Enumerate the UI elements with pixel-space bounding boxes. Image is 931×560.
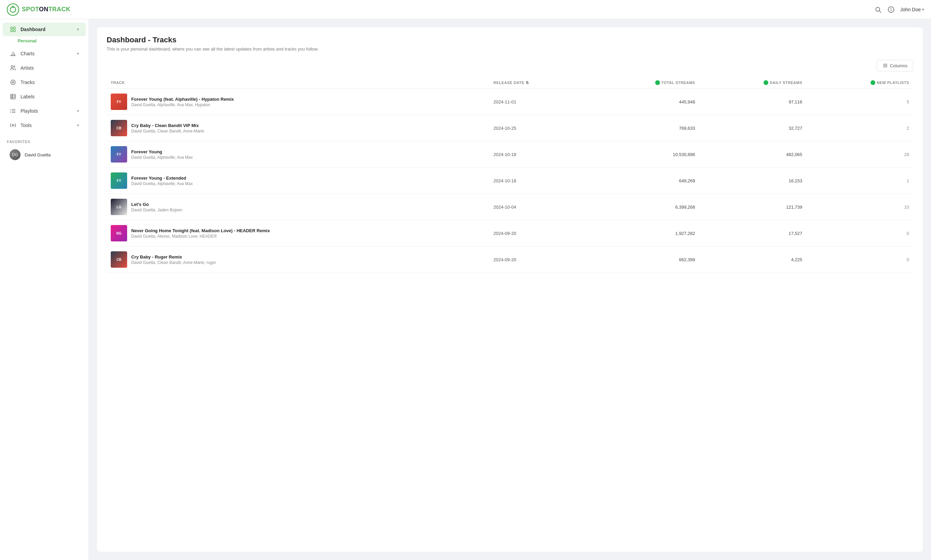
- sidebar-item-labels-label: Labels: [20, 94, 34, 99]
- logo-text: SPOTONTRACK: [22, 6, 70, 13]
- playlists-icon: [9, 108, 16, 114]
- labels-icon: [9, 93, 16, 100]
- track-artists-7: David Guetta, Clean Bandit, Anne-Marie, …: [131, 260, 216, 265]
- track-cell-3: FY Forever Young David Guetta, Alphavill…: [107, 142, 489, 168]
- sidebar-item-dashboard-label: Dashboard: [20, 27, 45, 32]
- track-art-3: FY: [111, 146, 127, 163]
- sidebar-item-dashboard[interactable]: Dashboard ▾: [3, 23, 86, 36]
- david-guetta-avatar: DG: [9, 149, 20, 160]
- main-layout: Dashboard ▾ Personal Charts: [0, 19, 931, 560]
- track-name-7: Cry Baby - Ruger Remix: [131, 254, 216, 260]
- sidebar-item-charts-label: Charts: [20, 51, 34, 56]
- release-date-3: 2024-10-18: [489, 142, 589, 168]
- release-date-4: 2024-10-18: [489, 168, 589, 194]
- topbar-right: John Doe ▾: [874, 6, 924, 13]
- th-daily-streams: DAILY STREAMS: [699, 77, 807, 89]
- tracks-tbody: FY Forever Young (feat. Alphaville) - Hy…: [107, 89, 913, 273]
- track-cell-6: NG Never Going Home Tonight (feat. Madis…: [107, 220, 489, 246]
- svg-rect-11: [14, 30, 15, 32]
- table-row[interactable]: FY Forever Young - Extended David Guetta…: [107, 168, 913, 194]
- info-icon[interactable]: [887, 6, 895, 13]
- daily-streams-7: 4,225: [699, 246, 807, 273]
- daily-streams-6: 17,527: [699, 220, 807, 246]
- user-menu[interactable]: John Doe ▾: [900, 7, 924, 12]
- svg-point-16: [11, 66, 13, 68]
- track-artists-1: David Guetta, Alphaville, Ava Max, Hypat…: [131, 102, 234, 107]
- daily-streams-1: 97,116: [699, 89, 807, 115]
- total-streams-1: 445,948: [589, 89, 699, 115]
- track-info-3: Forever Young David Guetta, Alphaville, …: [131, 149, 193, 160]
- sidebar-item-tracks-left: Tracks: [9, 79, 34, 86]
- topbar: SPOTONTRACK John Doe ▾: [0, 0, 931, 19]
- sidebar-item-artists-left: Artists: [9, 65, 34, 71]
- artists-icon: [9, 65, 16, 71]
- daily-streams-3: 482,065: [699, 142, 807, 168]
- new-playlists-4: 1: [806, 168, 913, 194]
- track-cell-2: CB Cry Baby - Clean Bandit VIP Mix David…: [107, 115, 489, 142]
- track-info-2: Cry Baby - Clean Bandit VIP Mix David Gu…: [131, 123, 204, 134]
- svg-line-4: [879, 11, 881, 12]
- page-title: Dashboard - Tracks: [107, 35, 913, 45]
- release-date-1: 2024-11-01: [489, 89, 589, 115]
- sidebar-nav: Dashboard ▾ Personal Charts: [0, 19, 88, 135]
- total-streams-6: 1,927,282: [589, 220, 699, 246]
- sidebar-item-charts[interactable]: Charts ▾: [3, 47, 86, 60]
- favorites-item-david-guetta[interactable]: DG David Guetta: [3, 146, 86, 163]
- new-playlists-5: 10: [806, 194, 913, 220]
- spotify-dot-daily: [764, 80, 768, 85]
- total-streams-5: 6,399,268: [589, 194, 699, 220]
- release-date-7: 2024-09-20: [489, 246, 589, 273]
- sidebar-item-artists-label: Artists: [20, 65, 34, 71]
- sidebar-item-tracks[interactable]: Tracks: [3, 75, 86, 89]
- table-row[interactable]: LG Let's Go David Guetta, Jaden Bojsen 2…: [107, 194, 913, 220]
- table-row[interactable]: FY Forever Young David Guetta, Alphavill…: [107, 142, 913, 168]
- new-playlists-1: 5: [806, 89, 913, 115]
- svg-point-18: [12, 82, 14, 83]
- release-date-2: 2024-10-25: [489, 115, 589, 142]
- david-guetta-name: David Guetta: [25, 152, 51, 157]
- track-name-2: Cry Baby - Clean Bandit VIP Mix: [131, 123, 204, 128]
- daily-streams-4: 16,153: [699, 168, 807, 194]
- sidebar-item-labels[interactable]: Labels: [3, 90, 86, 103]
- table-row[interactable]: FY Forever Young (feat. Alphaville) - Hy…: [107, 89, 913, 115]
- spotify-dot-playlists: [871, 80, 875, 85]
- sidebar-item-tools-left: Tools: [9, 122, 32, 129]
- dashboard-icon: [9, 26, 16, 33]
- sidebar-dashboard-sub[interactable]: Personal: [0, 37, 88, 46]
- svg-point-17: [11, 80, 15, 85]
- daily-streams-2: 32,727: [699, 115, 807, 142]
- logo-icon: [7, 3, 19, 16]
- table-row[interactable]: CB Cry Baby - Ruger Remix David Guetta, …: [107, 246, 913, 273]
- table-row[interactable]: CB Cry Baby - Clean Bandit VIP Mix David…: [107, 115, 913, 142]
- release-date-6: 2024-09-20: [489, 220, 589, 246]
- track-name-6: Never Going Home Tonight (feat. Madison …: [131, 228, 270, 233]
- table-row[interactable]: NG Never Going Home Tonight (feat. Madis…: [107, 220, 913, 246]
- release-date-5: 2024-10-04: [489, 194, 589, 220]
- track-art-7: CB: [111, 251, 127, 268]
- tools-icon: [9, 122, 16, 129]
- table-header-row: TRACK RELEASE DATE ⇅ TOTAL STREAMS: [107, 77, 913, 89]
- sidebar-item-artists[interactable]: Artists: [3, 61, 86, 75]
- svg-rect-8: [11, 27, 12, 29]
- svg-point-0: [7, 4, 19, 15]
- toolbar-row: Columns: [107, 60, 913, 71]
- tools-chevron-icon: ▾: [77, 123, 79, 128]
- logo-spot: SPOT: [22, 6, 39, 12]
- columns-icon: [883, 63, 888, 68]
- search-icon[interactable]: [874, 6, 882, 13]
- columns-button[interactable]: Columns: [877, 60, 913, 71]
- svg-rect-19: [11, 94, 15, 99]
- th-release-date[interactable]: RELEASE DATE ⇅: [489, 77, 589, 89]
- track-name-1: Forever Young (feat. Alphaville) - Hypat…: [131, 97, 234, 102]
- sidebar-item-playlists[interactable]: Playlists ▾: [3, 104, 86, 118]
- track-artists-6: David Guetta, Alesso, Madison Love, HEAD…: [131, 234, 270, 239]
- track-name-5: Let's Go: [131, 202, 182, 207]
- daily-streams-5: 121,739: [699, 194, 807, 220]
- tracks-table: TRACK RELEASE DATE ⇅ TOTAL STREAMS: [107, 77, 913, 273]
- new-playlists-3: 29: [806, 142, 913, 168]
- sidebar: Dashboard ▾ Personal Charts: [0, 19, 89, 560]
- new-playlists-7: 0: [806, 246, 913, 273]
- svg-point-29: [12, 125, 14, 126]
- sidebar-item-tools[interactable]: Tools ▾: [3, 118, 86, 132]
- charts-icon: [9, 50, 16, 57]
